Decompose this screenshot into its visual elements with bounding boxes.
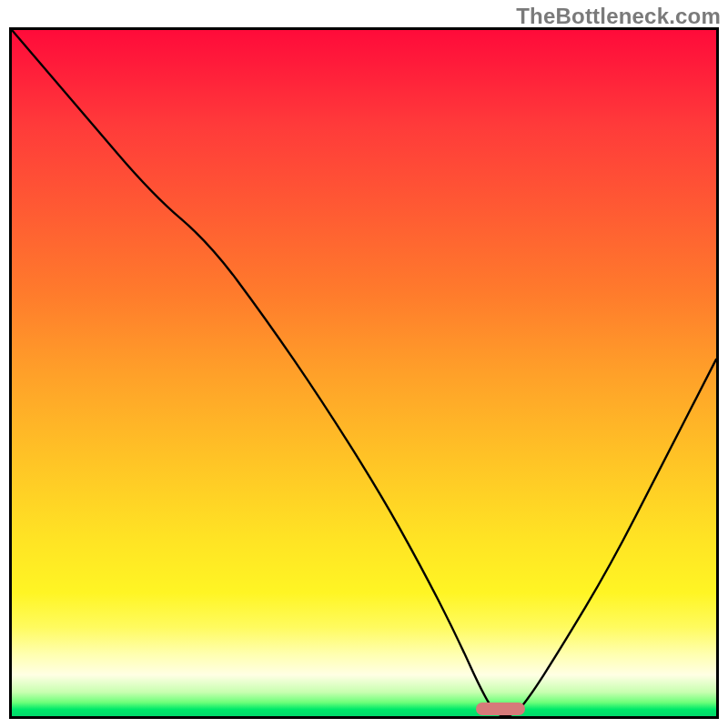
minimum-marker [476, 703, 525, 715]
plot-frame [9, 27, 719, 719]
curve-svg [12, 30, 716, 716]
bottleneck-chart: TheBottleneck.com [0, 0, 728, 728]
bottleneck-curve-path [12, 30, 716, 716]
watermark-text: TheBottleneck.com [516, 4, 721, 29]
